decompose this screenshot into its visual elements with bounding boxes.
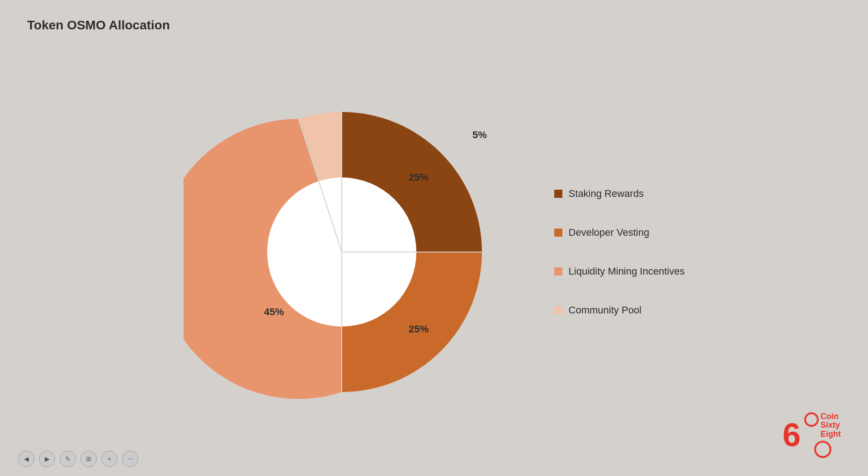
legend-item-developer: Developer Vesting: [554, 227, 685, 238]
label-staking: 25%: [409, 172, 429, 183]
label-liquidity: 45%: [264, 306, 284, 317]
next-button[interactable]: ▶: [39, 451, 55, 467]
legend-label-staking: Staking Rewards: [569, 188, 644, 200]
label-developer: 25%: [409, 323, 429, 335]
logo-text-sixty: Sixty: [821, 421, 841, 430]
logo-circle-top: [804, 412, 819, 427]
donut-chart: 25% 25% 45% 5%: [184, 94, 500, 410]
logo: 6 Coin Sixty Eight: [783, 412, 841, 458]
legend-item-staking: Staking Rewards: [554, 188, 685, 200]
chart-legend: Staking Rewards Developer Vesting Liquid…: [554, 188, 685, 316]
legend-item-community: Community Pool: [554, 304, 685, 316]
logo-text-coin: Coin: [821, 412, 841, 421]
add-button[interactable]: +: [101, 451, 118, 467]
legend-color-community: [554, 306, 562, 314]
legend-label-developer: Developer Vesting: [569, 227, 650, 238]
legend-label-liquidity: Liquidity Mining Incentives: [569, 266, 685, 277]
legend-color-liquidity: [554, 267, 562, 275]
legend-label-community: Community Pool: [569, 304, 642, 316]
chart-title: Token OSMO Allocation: [27, 18, 841, 33]
label-community: 5%: [472, 129, 487, 140]
page-container: Token OSMO Allocation: [0, 0, 868, 476]
chart-area: 25% 25% 45% 5% Staking Rewards: [27, 46, 841, 458]
edit-button[interactable]: ✎: [60, 451, 76, 467]
prev-button[interactable]: ◀: [18, 451, 34, 467]
legend-color-staking: [554, 190, 562, 198]
bottom-controls: ◀ ▶ ✎ ⊞ + ⋯: [18, 451, 138, 467]
legend-item-liquidity: Liquidity Mining Incentives: [554, 266, 685, 277]
logo-circle-bottom: [814, 441, 831, 458]
more-button[interactable]: ⋯: [122, 451, 138, 467]
legend-color-developer: [554, 229, 562, 237]
logo-number: 6: [783, 419, 801, 451]
logo-text-eight: Eight: [821, 430, 841, 439]
grid-button[interactable]: ⊞: [80, 451, 97, 467]
